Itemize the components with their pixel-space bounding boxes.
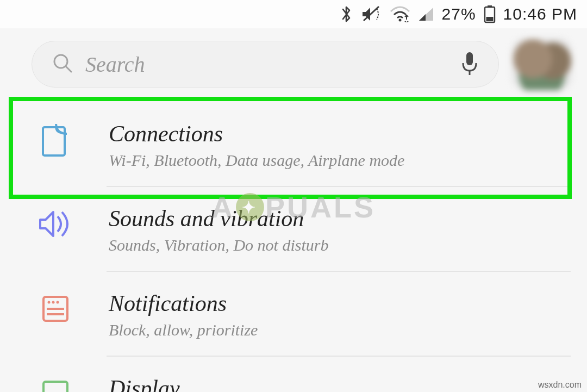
battery-icon: [484, 5, 496, 23]
profile-avatar[interactable]: [512, 38, 572, 90]
status-bar: 27% 10:46 PM: [0, 0, 587, 28]
status-clock: 10:46 PM: [503, 5, 577, 23]
svg-point-1: [398, 19, 401, 22]
search-placeholder: Search: [85, 52, 145, 77]
voice-search-icon[interactable]: [460, 50, 479, 78]
settings-item-connections[interactable]: Connections Wi-Fi, Bluetooth, Data usage…: [0, 102, 587, 186]
sounds-icon: [38, 206, 73, 239]
svg-rect-4: [486, 17, 493, 21]
settings-item-display[interactable]: Display: [0, 357, 587, 392]
svg-rect-16: [43, 382, 67, 392]
svg-point-12: [52, 301, 55, 304]
connections-icon: [38, 121, 73, 159]
svg-rect-9: [43, 127, 65, 155]
item-title: Display: [109, 375, 565, 392]
item-title: Notifications: [109, 290, 565, 316]
item-subtitle: Sounds, Vibration, Do not disturb: [109, 236, 565, 254]
mute-vibrate-icon: [360, 5, 382, 23]
svg-line-6: [66, 66, 71, 72]
settings-list: Connections Wi-Fi, Bluetooth, Data usage…: [0, 102, 587, 392]
settings-item-sounds[interactable]: Sounds and vibration Sounds, Vibration, …: [0, 187, 587, 271]
item-subtitle: Wi-Fi, Bluetooth, Data usage, Airplane m…: [109, 151, 565, 170]
source-credit: wsxdn.com: [538, 380, 582, 390]
svg-point-11: [48, 301, 51, 304]
item-title: Sounds and vibration: [109, 206, 565, 232]
notifications-icon: [38, 290, 73, 324]
search-icon: [52, 52, 73, 76]
cell-signal-icon: [418, 7, 434, 22]
item-title: Connections: [109, 121, 565, 147]
bluetooth-icon: [340, 5, 353, 23]
item-subtitle: Block, allow, prioritize: [109, 321, 565, 339]
display-icon: [38, 375, 73, 392]
svg-rect-3: [488, 5, 492, 7]
settings-item-notifications[interactable]: Notifications Block, allow, prioritize: [0, 272, 587, 356]
wifi-icon: [390, 6, 410, 22]
svg-rect-7: [466, 52, 473, 65]
search-row: Search: [0, 28, 587, 102]
battery-percentage: 27%: [442, 5, 476, 23]
settings-search-field[interactable]: Search: [32, 41, 499, 88]
svg-point-13: [57, 301, 59, 304]
